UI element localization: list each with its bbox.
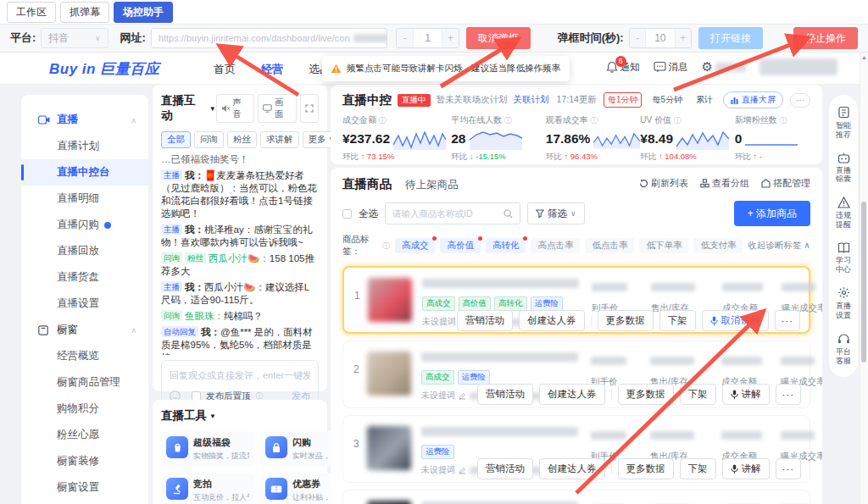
rail-live-tips[interactable]: 直播锦囊 xyxy=(834,152,853,185)
product-row[interactable]: 3 运费险 未设提词 到手价 售出/库存 成交金额 曝光成交率 ∨ xyxy=(342,415,810,483)
sidebar-item-goods-pool[interactable]: 直播货盘 xyxy=(21,264,148,291)
edit-icon[interactable] xyxy=(459,467,466,474)
sidebar-section-live[interactable]: 直播 ∧ xyxy=(21,107,148,133)
marketing-activity-button[interactable]: 营销活动 xyxy=(457,310,513,331)
tool-auction[interactable]: 竞拍互动竞价，拉人气 xyxy=(161,473,254,504)
popup-time-value[interactable]: 10 xyxy=(645,29,675,47)
interval-total-tab[interactable]: 累计 xyxy=(693,93,716,107)
take-down-button[interactable]: 下架 xyxy=(680,458,716,479)
stop-action-button[interactable]: 停止操作 xyxy=(793,27,858,49)
sidebar-item-showcase-decorate[interactable]: 橱窗装修 xyxy=(21,448,148,474)
tag-high-value[interactable]: 高价值 xyxy=(440,238,481,253)
rail-live-settings[interactable]: 直播设置 xyxy=(834,286,853,320)
row-more-button[interactable]: ··· xyxy=(775,310,801,331)
nav-home[interactable]: 首页 xyxy=(214,62,236,77)
stat-rate[interactable]: 曝光成交率 ∨ xyxy=(781,353,822,388)
marketing-activity-button[interactable]: 营销活动 xyxy=(477,458,533,479)
chat-tab-fans[interactable]: 粉丝 xyxy=(227,131,257,148)
edit-icon[interactable] xyxy=(459,392,466,400)
match-manage-button[interactable]: 搭配管理 xyxy=(761,177,810,190)
notifications[interactable]: 通知 6 xyxy=(606,61,640,74)
add-product-button[interactable]: + 添加商品 xyxy=(734,201,810,226)
chat-tab-inquiry[interactable]: 问询 xyxy=(194,131,224,148)
popup-count-stepper[interactable]: - 1 + xyxy=(396,28,459,48)
link-plan-link[interactable]: 关联计划 xyxy=(514,94,549,106)
rail-learning-center[interactable]: 学习中心 xyxy=(834,242,853,274)
explain-button[interactable]: 讲解 xyxy=(722,458,770,479)
take-down-button[interactable]: 下架 xyxy=(659,310,696,331)
more-data-button[interactable]: 更多数据 xyxy=(598,310,654,331)
rail-smart-recommend[interactable]: 智能推荐 xyxy=(834,106,853,140)
open-link-button[interactable]: 打开链接 xyxy=(698,27,763,49)
tab-scene-assistant[interactable]: 场控助手 xyxy=(114,2,173,23)
tools-title[interactable]: 直播工具 xyxy=(161,408,207,424)
sidebar-item-shopping-points[interactable]: 购物积分 xyxy=(21,396,148,422)
tab-live-products[interactable]: 直播商品 xyxy=(342,176,392,192)
product-row[interactable]: 2 高成交 运费险 未设提词 到手价 售出/库存 成交金额 曝光成交率 ∨ xyxy=(342,341,810,408)
interval-1min-tab[interactable]: 每1分钟 xyxy=(604,92,643,108)
popup-time-stepper[interactable]: - 10 + xyxy=(629,28,692,48)
popup-count-value[interactable]: 1 xyxy=(413,29,442,47)
tag-high-ctr[interactable]: 高点击率 xyxy=(531,238,580,253)
tag-high-conversion[interactable]: 高转化 xyxy=(486,238,526,253)
sidebar-item-live-console[interactable]: 直播中控台 xyxy=(21,159,148,186)
sidebar-item-live-detail[interactable]: 直播明细 xyxy=(21,186,148,212)
tag-low-order[interactable]: 低下单率 xyxy=(639,238,688,253)
stepper-minus-button[interactable]: - xyxy=(630,29,646,47)
create-coupon-button[interactable]: 创建达人券 xyxy=(539,384,605,405)
row-more-button[interactable]: ··· xyxy=(776,384,802,405)
tab-danmu-capture[interactable]: 抓弹幕 xyxy=(60,2,109,23)
nav-operate[interactable]: 经营 xyxy=(261,62,283,77)
sidebar-item-replay[interactable]: 直播回放 xyxy=(21,238,148,264)
screen-toggle-button[interactable]: 画面 xyxy=(258,94,297,123)
product-search-input[interactable] xyxy=(392,208,499,219)
chat-input[interactable] xyxy=(170,370,310,380)
stepper-minus-button[interactable]: - xyxy=(397,29,413,47)
rail-platform-support[interactable]: 平台客服 xyxy=(834,333,853,366)
explain-button[interactable]: 讲解 xyxy=(722,384,770,405)
create-coupon-button[interactable]: 创建达人券 xyxy=(519,310,585,331)
product-row[interactable]: 1 高成交 高价值 高转化 运费险 未设提词 到手价 售出 xyxy=(342,266,810,334)
chat-message-list[interactable]: …已领福袋抽奖号！ 主播我：🧧麦麦薯条狂热爱好者（见过鹿晗版）：当然可以，粉色花… xyxy=(161,153,319,355)
expand-button[interactable] xyxy=(300,94,319,123)
stepper-plus-button[interactable]: + xyxy=(442,29,459,47)
big-screen-button[interactable]: 直播大屏 xyxy=(723,91,783,108)
create-coupon-button[interactable]: 创建达人券 xyxy=(539,458,605,479)
more-data-button[interactable]: 更多数据 xyxy=(618,384,674,405)
sidebar-item-live-plan[interactable]: 直播计划 xyxy=(21,133,148,159)
filter-button[interactable]: 筛选 ∨ xyxy=(527,202,585,224)
sound-toggle-button[interactable]: 声音 xyxy=(216,94,255,123)
settings[interactable]: ⚙ xyxy=(702,59,746,75)
tab-workspace[interactable]: 工作区 xyxy=(7,2,56,23)
view-groups-button[interactable]: 查看分组 xyxy=(700,177,749,190)
collapse-diagnostic-tags[interactable]: 收起诊断标签 ∧ xyxy=(748,240,810,252)
tag-low-ctr[interactable]: 低点击率 xyxy=(585,238,634,253)
more-data-button[interactable]: 更多数据 xyxy=(618,458,674,479)
select-all-checkbox[interactable] xyxy=(342,209,352,219)
tool-lucky-bag[interactable]: 超级福袋实物抽奖，提流量 xyxy=(161,431,254,467)
row-more-button[interactable]: ··· xyxy=(776,458,802,479)
stat-rate[interactable]: 曝光成交率 ∨ xyxy=(782,280,822,314)
sidebar-item-flash-sale[interactable]: 直播闪购 xyxy=(21,212,148,238)
buyin-logo[interactable]: Buy in 巨量百应 xyxy=(49,59,159,79)
messages[interactable]: 消息 xyxy=(654,61,688,74)
url-input[interactable]: https://buyin.jinritemai.com/dashboard/l… xyxy=(151,28,387,48)
rail-violation-alert[interactable]: 违规提醒 xyxy=(834,197,853,230)
stat-rate[interactable]: 曝光成交率 ∨ xyxy=(781,428,822,462)
tag-high-gmv[interactable]: 高成交 xyxy=(395,238,436,253)
account-avatar[interactable] xyxy=(760,58,837,75)
tab-pending-products[interactable]: 待上架商品 xyxy=(405,178,459,192)
sidebar-item-showcase-goods[interactable]: 橱窗商品管理 xyxy=(21,369,148,396)
sidebar-item-showcase-settings[interactable]: 橱窗设置 xyxy=(21,474,148,501)
interaction-title[interactable]: 直播互动 xyxy=(161,93,207,124)
sidebar-item-fan-wish[interactable]: 粉丝心愿 xyxy=(21,422,148,448)
scroll-up-arrow[interactable]: ▲ xyxy=(861,54,867,60)
take-down-button[interactable]: 下架 xyxy=(680,384,716,405)
search-icon[interactable] xyxy=(504,209,513,219)
sidebar-item-operate-overview[interactable]: 经营概览 xyxy=(21,343,148,369)
chat-tab-ask-explain[interactable]: 求讲解 xyxy=(260,131,299,148)
cancel-popup-button[interactable]: 取消弹框 xyxy=(466,27,531,49)
sidebar-item-live-settings[interactable]: 直播设置 xyxy=(21,291,148,317)
sidebar-section-video[interactable]: 视频 ∧ xyxy=(21,501,148,504)
more-options-button[interactable]: ··· xyxy=(790,93,810,108)
